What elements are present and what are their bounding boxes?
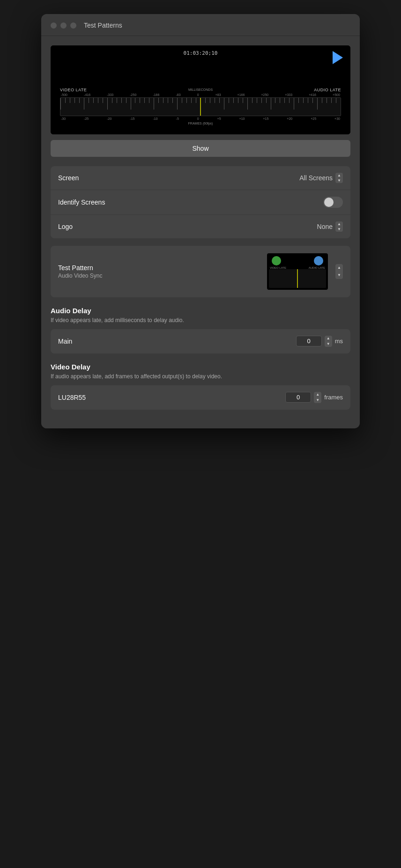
video-delay-input[interactable]: [285, 392, 311, 403]
identify-screens-label: Identify Screens: [58, 199, 105, 206]
video-delay-title: Video Delay: [51, 363, 350, 371]
preview-container: 01:03:20;10 VIDEO LATE AUDIO LATE MILLIS…: [51, 45, 350, 134]
maximize-button[interactable]: [70, 22, 76, 29]
screen-stepper-up[interactable]: ▲: [335, 173, 343, 178]
test-pattern-subtitle: Audio Video Sync: [58, 272, 103, 279]
ruler-numbers-top: -500 -416 -333 -250 -166 -83 0 +83 +166 …: [60, 93, 341, 96]
test-pattern-stepper-down[interactable]: ▼: [335, 272, 343, 279]
audio-delay-header: Audio Delay If video appears late, add m…: [51, 307, 350, 324]
screen-label: Screen: [58, 174, 79, 182]
screen-stepper-down[interactable]: ▼: [335, 178, 343, 183]
show-button[interactable]: Show: [51, 140, 350, 157]
frames-label: FRAMES (60fps): [60, 122, 341, 125]
logo-row: Logo None ▲ ▼: [51, 215, 350, 238]
video-delay-header: Video Delay If audio appears late, add f…: [51, 363, 350, 381]
ruler-area: MILLISECONDS -500 -416 -333 -250 -166 -8…: [60, 88, 341, 125]
logo-stepper-down[interactable]: ▼: [335, 227, 343, 232]
identify-screens-toggle[interactable]: [323, 197, 343, 208]
test-pattern-stepper-up[interactable]: ▲: [335, 264, 343, 272]
video-delay-unit: frames: [324, 394, 343, 401]
minimize-button[interactable]: [60, 22, 67, 29]
main-window: Test Patterns 01:03:20;10 VIDEO LATE AUD…: [41, 14, 360, 428]
titlebar: Test Patterns: [41, 14, 360, 36]
test-pattern-info: Test Pattern Audio Video Sync: [58, 264, 103, 279]
audio-delay-main-label: Main: [58, 338, 72, 345]
close-button[interactable]: [51, 22, 57, 29]
test-pattern-stepper[interactable]: ▲ ▼: [335, 264, 343, 279]
audio-delay-input[interactable]: [296, 336, 322, 346]
screen-value-group: All Screens ▲ ▼: [299, 173, 343, 183]
video-delay-stepper[interactable]: ▲ ▼: [314, 392, 321, 403]
identify-screens-row: Identify Screens: [51, 190, 350, 215]
audio-delay-desc: If video appears late, add milliseconds …: [51, 316, 350, 324]
ruler-bar: [60, 97, 341, 116]
audio-delay-stepper-down[interactable]: ▼: [325, 341, 332, 347]
ruler-numbers-bottom: -30 -25 -20 -15 -10 -5 0 +5 +10 +15 +20 …: [60, 117, 341, 120]
tp-center-mark: [297, 269, 298, 288]
tp-circle-blue: [314, 256, 323, 265]
audio-delay-stepper-up[interactable]: ▲: [325, 336, 332, 341]
video-delay-desc: If audio appears late, add frames to aff…: [51, 373, 350, 381]
screen-value: All Screens: [299, 174, 333, 182]
logo-value: None: [317, 223, 333, 230]
logo-label: Logo: [58, 223, 73, 230]
settings-card: Screen All Screens ▲ ▼ Identify Screens …: [51, 166, 350, 238]
audio-delay-title: Audio Delay: [51, 307, 350, 315]
audio-delay-card: Main ▲ ▼ ms: [51, 329, 350, 353]
audio-delay-stepper[interactable]: ▲ ▼: [325, 336, 332, 347]
screen-stepper[interactable]: ▲ ▼: [335, 173, 343, 183]
tp-ruler-small: [269, 269, 326, 288]
test-pattern-title: Test Pattern: [58, 264, 103, 272]
video-delay-input-group: ▲ ▼ frames: [285, 392, 343, 403]
video-delay-section: Video Delay If audio appears late, add f…: [51, 363, 350, 410]
logo-stepper-up[interactable]: ▲: [335, 221, 343, 227]
test-pattern-right: VIDEO LATE AUDIO LATE ▲ ▼: [267, 253, 343, 290]
video-delay-card: LU28R55 ▲ ▼ frames: [51, 385, 350, 410]
video-delay-device-label: LU28R55: [58, 394, 86, 401]
audio-delay-unit: ms: [335, 338, 343, 345]
timecode: 01:03:20;10: [184, 50, 218, 56]
audio-delay-section: Audio Delay If video appears late, add m…: [51, 307, 350, 353]
play-icon[interactable]: [333, 51, 343, 64]
screen-row: Screen All Screens ▲ ▼: [51, 166, 350, 190]
logo-stepper[interactable]: ▲ ▼: [335, 221, 343, 232]
test-pattern-card: Test Pattern Audio Video Sync VIDEO LATE…: [51, 246, 350, 297]
window-title: Test Patterns: [84, 22, 122, 29]
logo-value-group: None ▲ ▼: [317, 221, 343, 232]
test-pattern-preview: VIDEO LATE AUDIO LATE: [267, 253, 328, 290]
video-delay-stepper-down[interactable]: ▼: [314, 397, 321, 403]
toggle-knob: [324, 198, 334, 207]
milliseconds-label: MILLISECONDS: [60, 88, 341, 91]
ruler-center-line: [200, 98, 201, 116]
audio-delay-input-group: ▲ ▼ ms: [296, 336, 343, 347]
content-area: 01:03:20;10 VIDEO LATE AUDIO LATE MILLIS…: [41, 36, 360, 428]
tp-circles: [267, 253, 328, 266]
tp-circle-green: [272, 256, 281, 265]
video-delay-stepper-up[interactable]: ▲: [314, 392, 321, 397]
preview-inner: 01:03:20;10 VIDEO LATE AUDIO LATE MILLIS…: [51, 45, 350, 134]
